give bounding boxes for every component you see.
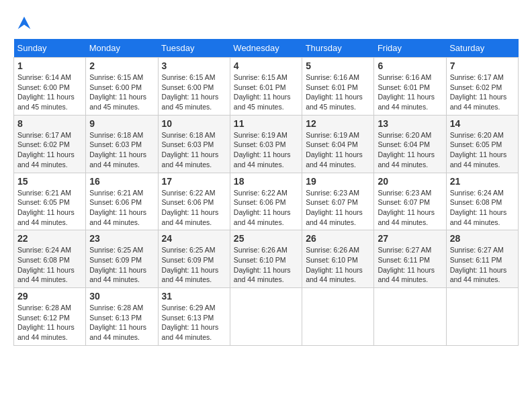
day-info: Sunrise: 6:27 AMSunset: 6:11 PMDaylight:… [378,246,435,283]
day-number: 17 [162,176,226,187]
day-number: 26 [306,233,370,244]
day-number: 28 [450,233,515,244]
day-number: 20 [378,176,442,187]
logo-icon [15,13,34,32]
calendar-cell: 16 Sunrise: 6:21 AMSunset: 6:06 PMDaylig… [86,173,158,230]
day-number: 21 [450,176,515,187]
day-number: 19 [306,176,370,187]
calendar-week-row: 8 Sunrise: 6:17 AMSunset: 6:02 PMDayligh… [14,115,519,173]
day-number: 29 [17,291,82,302]
svg-marker-0 [18,17,31,30]
day-info: Sunrise: 6:29 AMSunset: 6:13 PMDaylight:… [162,304,219,341]
day-header-tuesday: Tuesday [158,39,230,58]
calendar-cell: 25 Sunrise: 6:26 AMSunset: 6:10 PMDaylig… [230,230,302,288]
calendar-cell: 15 Sunrise: 6:21 AMSunset: 6:05 PMDaylig… [14,173,86,230]
calendar-cell: 3 Sunrise: 6:15 AMSunset: 6:00 PMDayligh… [158,58,230,116]
calendar-cell: 18 Sunrise: 6:22 AMSunset: 6:06 PMDaylig… [230,173,302,230]
calendar-cell: 12 Sunrise: 6:19 AMSunset: 6:04 PMDaylig… [302,115,374,173]
day-info: Sunrise: 6:24 AMSunset: 6:08 PMDaylight:… [17,246,75,283]
day-number: 31 [162,291,226,302]
day-number: 27 [378,233,442,244]
day-header-monday: Monday [86,39,158,58]
day-number: 7 [450,60,515,71]
day-info: Sunrise: 6:17 AMSunset: 6:02 PMDaylight:… [17,131,75,169]
calendar-cell: 22 Sunrise: 6:24 AMSunset: 6:08 PMDaylig… [14,230,86,288]
calendar-cell: 7 Sunrise: 6:17 AMSunset: 6:02 PMDayligh… [446,58,518,116]
day-number: 18 [234,176,298,187]
day-info: Sunrise: 6:14 AMSunset: 6:00 PMDaylight:… [17,73,75,111]
calendar-cell: 30 Sunrise: 6:28 AMSunset: 6:13 PMDaylig… [86,288,158,346]
day-info: Sunrise: 6:21 AMSunset: 6:06 PMDaylight:… [89,189,146,226]
calendar-cell: 14 Sunrise: 6:20 AMSunset: 6:05 PMDaylig… [446,115,518,173]
day-info: Sunrise: 6:28 AMSunset: 6:13 PMDaylight:… [89,304,146,341]
day-number: 30 [89,291,154,302]
calendar-header-row: SundayMondayTuesdayWednesdayThursdayFrid… [14,39,519,58]
day-number: 2 [89,60,154,71]
day-info: Sunrise: 6:21 AMSunset: 6:05 PMDaylight:… [17,189,75,226]
day-info: Sunrise: 6:16 AMSunset: 6:01 PMDaylight:… [378,73,435,111]
day-number: 24 [162,233,226,244]
day-info: Sunrise: 6:18 AMSunset: 6:03 PMDaylight:… [89,131,146,169]
page-header [13,13,519,32]
calendar-cell: 24 Sunrise: 6:25 AMSunset: 6:09 PMDaylig… [158,230,230,288]
day-number: 13 [378,118,442,129]
calendar-cell: 26 Sunrise: 6:26 AMSunset: 6:10 PMDaylig… [302,230,374,288]
day-number: 4 [234,60,298,71]
day-header-sunday: Sunday [14,39,86,58]
day-info: Sunrise: 6:26 AMSunset: 6:10 PMDaylight:… [234,246,291,283]
day-number: 6 [378,60,442,71]
day-info: Sunrise: 6:20 AMSunset: 6:05 PMDaylight:… [450,131,507,169]
calendar-cell: 2 Sunrise: 6:15 AMSunset: 6:00 PMDayligh… [86,58,158,116]
calendar-cell: 8 Sunrise: 6:17 AMSunset: 6:02 PMDayligh… [14,115,86,173]
day-info: Sunrise: 6:24 AMSunset: 6:08 PMDaylight:… [450,189,507,226]
day-info: Sunrise: 6:15 AMSunset: 6:00 PMDaylight:… [162,73,219,111]
day-number: 8 [17,118,82,129]
calendar-cell: 1 Sunrise: 6:14 AMSunset: 6:00 PMDayligh… [14,58,86,116]
day-info: Sunrise: 6:23 AMSunset: 6:07 PMDaylight:… [306,189,363,226]
day-number: 22 [17,233,82,244]
day-info: Sunrise: 6:28 AMSunset: 6:12 PMDaylight:… [17,304,75,341]
day-info: Sunrise: 6:16 AMSunset: 6:01 PMDaylight:… [306,73,363,111]
calendar-week-row: 22 Sunrise: 6:24 AMSunset: 6:08 PMDaylig… [14,230,519,288]
day-info: Sunrise: 6:17 AMSunset: 6:02 PMDaylight:… [450,73,507,111]
day-info: Sunrise: 6:18 AMSunset: 6:03 PMDaylight:… [162,131,219,169]
day-info: Sunrise: 6:26 AMSunset: 6:10 PMDaylight:… [306,246,363,283]
calendar-cell: 21 Sunrise: 6:24 AMSunset: 6:08 PMDaylig… [446,173,518,230]
calendar-cell: 5 Sunrise: 6:16 AMSunset: 6:01 PMDayligh… [302,58,374,116]
calendar-cell: 13 Sunrise: 6:20 AMSunset: 6:04 PMDaylig… [374,115,446,173]
calendar-cell [302,288,374,346]
day-header-wednesday: Wednesday [230,39,302,58]
calendar-cell [446,288,518,346]
calendar-cell: 23 Sunrise: 6:25 AMSunset: 6:09 PMDaylig… [86,230,158,288]
day-info: Sunrise: 6:27 AMSunset: 6:11 PMDaylight:… [450,246,507,283]
calendar-week-row: 15 Sunrise: 6:21 AMSunset: 6:05 PMDaylig… [14,173,519,230]
day-number: 11 [234,118,298,129]
day-header-saturday: Saturday [446,39,518,58]
calendar-table: SundayMondayTuesdayWednesdayThursdayFrid… [13,39,519,346]
calendar-week-row: 29 Sunrise: 6:28 AMSunset: 6:12 PMDaylig… [14,288,519,346]
calendar-cell [230,288,302,346]
day-info: Sunrise: 6:25 AMSunset: 6:09 PMDaylight:… [162,246,219,283]
calendar-cell: 19 Sunrise: 6:23 AMSunset: 6:07 PMDaylig… [302,173,374,230]
day-number: 1 [17,60,82,71]
day-info: Sunrise: 6:20 AMSunset: 6:04 PMDaylight:… [378,131,435,169]
calendar-cell: 10 Sunrise: 6:18 AMSunset: 6:03 PMDaylig… [158,115,230,173]
day-header-thursday: Thursday [302,39,374,58]
day-number: 3 [162,60,226,71]
day-number: 9 [89,118,154,129]
calendar-week-row: 1 Sunrise: 6:14 AMSunset: 6:00 PMDayligh… [14,58,519,116]
calendar-cell: 4 Sunrise: 6:15 AMSunset: 6:01 PMDayligh… [230,58,302,116]
day-number: 15 [17,176,82,187]
day-number: 16 [89,176,154,187]
calendar-cell: 31 Sunrise: 6:29 AMSunset: 6:13 PMDaylig… [158,288,230,346]
calendar-cell [374,288,446,346]
day-number: 25 [234,233,298,244]
calendar-cell: 28 Sunrise: 6:27 AMSunset: 6:11 PMDaylig… [446,230,518,288]
day-info: Sunrise: 6:22 AMSunset: 6:06 PMDaylight:… [234,189,291,226]
day-info: Sunrise: 6:15 AMSunset: 6:01 PMDaylight:… [234,73,291,111]
day-info: Sunrise: 6:19 AMSunset: 6:04 PMDaylight:… [306,131,363,169]
day-number: 10 [162,118,226,129]
calendar-cell: 9 Sunrise: 6:18 AMSunset: 6:03 PMDayligh… [86,115,158,173]
day-header-friday: Friday [374,39,446,58]
day-number: 14 [450,118,515,129]
